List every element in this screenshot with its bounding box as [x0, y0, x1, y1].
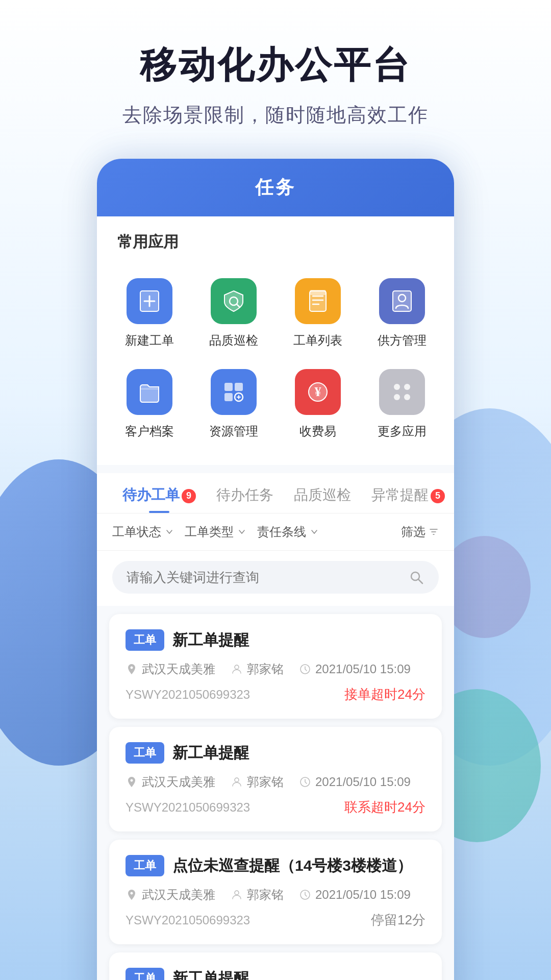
svg-point-29 — [235, 778, 239, 782]
order-4-header: 工单 新工单提醒 — [126, 968, 425, 980]
app-quality-patrol-label: 品质巡检 — [209, 332, 258, 349]
order-3-header: 工单 点位未巡查提醒（14号楼3楼楼道） — [126, 855, 425, 876]
app-resource-mgmt-label: 资源管理 — [209, 423, 258, 439]
order-3-title: 点位未巡查提醒（14号楼3楼楼道） — [172, 855, 412, 876]
order-3-person: 郭家铭 — [231, 887, 284, 903]
order-3-status: 停留12分 — [371, 911, 425, 929]
search-icon — [408, 569, 424, 585]
tab-anomaly-reminder[interactable]: 异常提醒5 — [361, 473, 454, 513]
order-2-location: 武汉天成美雅 — [126, 774, 215, 790]
svg-rect-15 — [224, 393, 233, 401]
search-input-wrap[interactable] — [112, 561, 439, 594]
order-1-title: 新工单提醒 — [172, 630, 249, 651]
search-input[interactable] — [127, 570, 401, 585]
order-1-tag: 工单 — [126, 629, 164, 651]
order-4-tag: 工单 — [126, 968, 164, 980]
tab-bar[interactable]: 任务 — [97, 159, 454, 216]
apps-grid: 新建工单 品质巡检 — [97, 263, 454, 465]
order-3-footer: YSWY2021050699323 停留12分 — [126, 911, 425, 929]
order-2-meta: 武汉天成美雅 郭家铭 2021/05/10 15:09 — [126, 774, 425, 790]
order-card-4[interactable]: 工单 新工单提醒 — [109, 952, 442, 980]
app-new-order-label: 新建工单 — [125, 332, 174, 349]
order-1-location: 武汉天成美雅 — [126, 661, 215, 677]
orders-list: 工单 新工单提醒 武汉天成美雅 郭家铭 — [97, 614, 454, 980]
order-list-icon — [295, 278, 341, 324]
order-2-status: 联系超时24分 — [344, 798, 425, 816]
app-resource-mgmt[interactable]: 资源管理 — [191, 359, 276, 450]
pending-orders-badge: 9 — [182, 489, 196, 503]
app-supplier-mgmt-label: 供方管理 — [378, 332, 427, 349]
app-more[interactable]: 更多应用 — [360, 359, 444, 450]
payment-icon: ¥ — [295, 369, 341, 415]
filter-button[interactable]: 筛选 — [401, 524, 439, 540]
order-4-title: 新工单提醒 — [172, 968, 249, 981]
filter-order-status[interactable]: 工单状态 — [112, 524, 174, 540]
order-1-id: YSWY2021050699323 — [126, 688, 250, 702]
order-2-title: 新工单提醒 — [172, 743, 249, 764]
app-customer-files-label: 客户档案 — [125, 423, 174, 439]
svg-text:¥: ¥ — [314, 384, 321, 399]
order-2-id: YSWY2021050699323 — [126, 800, 250, 815]
order-1-person: 郭家铭 — [231, 661, 284, 677]
svg-point-22 — [404, 384, 410, 390]
filter-responsibility[interactable]: 责任条线 — [257, 524, 319, 540]
filter-row: 工单状态 工单类型 责任条线 筛选 — [97, 513, 454, 551]
svg-rect-14 — [235, 383, 243, 391]
app-supplier-mgmt[interactable]: 供方管理 — [360, 268, 444, 359]
app-quality-patrol[interactable]: 品质巡检 — [191, 268, 276, 359]
tab-pending-orders[interactable]: 待办工单9 — [112, 473, 206, 513]
order-1-status: 接单超时24分 — [344, 685, 425, 703]
app-payment[interactable]: ¥ 收费易 — [276, 359, 360, 450]
svg-rect-10 — [310, 290, 326, 295]
common-apps-section: 常用应用 新建工单 — [97, 216, 454, 465]
app-order-list-label: 工单列表 — [293, 332, 342, 349]
tab-navigation: 待办工单9 待办任务 品质巡检 异常提醒5 — [97, 473, 454, 513]
tab-pending-tasks[interactable]: 待办任务 — [206, 473, 284, 513]
tab-quality-patrol[interactable]: 品质巡检 — [284, 473, 361, 513]
order-card-3[interactable]: 工单 点位未巡查提醒（14号楼3楼楼道） 武汉天成美雅 郭家铭 — [109, 840, 442, 944]
app-content: 常用应用 新建工单 — [97, 216, 454, 980]
order-1-datetime: 2021/05/10 15:09 — [299, 662, 411, 676]
order-3-location: 武汉天成美雅 — [126, 887, 215, 903]
order-2-header: 工单 新工单提醒 — [126, 742, 425, 764]
phone-card: 任务 常用应用 — [97, 159, 454, 980]
order-1-footer: YSWY2021050699323 接单超时24分 — [126, 685, 425, 703]
quality-patrol-icon — [211, 278, 257, 324]
order-2-footer: YSWY2021050699323 联系超时24分 — [126, 798, 425, 816]
app-new-order[interactable]: 新建工单 — [107, 268, 191, 359]
order-card-1[interactable]: 工单 新工单提醒 武汉天成美雅 郭家铭 — [109, 614, 442, 719]
customer-files-icon — [127, 369, 172, 415]
header-section: 移动化办公平台 去除场景限制，随时随地高效工作 — [0, 41, 551, 159]
order-3-tag: 工单 — [126, 855, 164, 876]
svg-point-31 — [235, 891, 239, 895]
order-3-meta: 武汉天成美雅 郭家铭 2021/05/10 15:09 — [126, 887, 425, 903]
svg-line-26 — [418, 579, 422, 583]
svg-point-24 — [404, 394, 410, 400]
app-customer-files[interactable]: 客户档案 — [107, 359, 191, 450]
sub-title: 去除场景限制，随时随地高效工作 — [31, 102, 520, 128]
filter-order-type[interactable]: 工单类型 — [185, 524, 247, 540]
order-2-person: 郭家铭 — [231, 774, 284, 790]
app-order-list[interactable]: 工单列表 — [276, 268, 360, 359]
more-apps-icon — [379, 369, 425, 415]
order-2-tag: 工单 — [126, 742, 164, 764]
new-order-icon — [127, 278, 172, 324]
svg-rect-13 — [224, 383, 233, 391]
svg-point-27 — [235, 665, 239, 669]
order-1-meta: 武汉天成美雅 郭家铭 2021/05/10 15:09 — [126, 661, 425, 677]
supplier-mgmt-icon — [379, 278, 425, 324]
section-title: 常用应用 — [97, 216, 454, 263]
order-3-id: YSWY2021050699323 — [126, 913, 250, 927]
svg-point-23 — [394, 394, 400, 400]
main-title: 移动化办公平台 — [31, 41, 520, 90]
order-card-2[interactable]: 工单 新工单提醒 武汉天成美雅 郭家铭 — [109, 727, 442, 831]
resource-mgmt-icon — [211, 369, 257, 415]
app-payment-label: 收费易 — [299, 423, 336, 439]
anomaly-badge: 5 — [431, 489, 445, 503]
search-bar — [97, 551, 454, 606]
tab-bar-label: 任务 — [255, 177, 296, 198]
app-more-label: 更多应用 — [378, 423, 427, 439]
order-1-header: 工单 新工单提醒 — [126, 629, 425, 651]
order-2-datetime: 2021/05/10 15:09 — [299, 775, 411, 789]
order-3-datetime: 2021/05/10 15:09 — [299, 888, 411, 902]
